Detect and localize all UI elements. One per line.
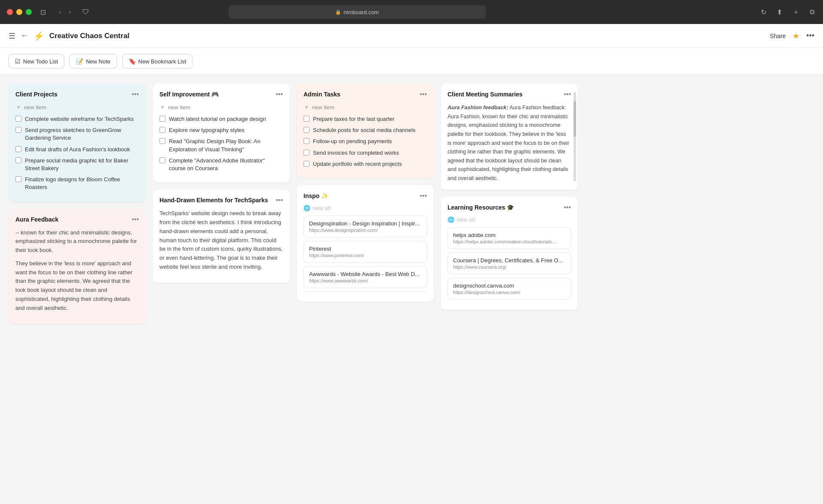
checkbox-5[interactable] (15, 176, 21, 182)
list-item: Complete "Advanced Adobe Illustrator" co… (159, 157, 283, 172)
card-more-aura-feedback[interactable]: ••• (132, 216, 139, 223)
back-nav-button[interactable]: ‹ (56, 6, 63, 18)
checkbox-4[interactable] (15, 157, 21, 163)
new-url-learning[interactable]: 🌐 new url (448, 216, 571, 223)
url-title-3: Awwwards - Website Awards - Best Web D..… (309, 271, 421, 277)
url-link-canva: https://designschool.canva.com/ (453, 290, 565, 295)
note-icon: 📝 (76, 58, 83, 65)
bolt-icon: ⚡ (33, 31, 44, 41)
column-admin-tasks: Admin Tasks ••• ＋ new item Prepare taxes… (297, 84, 434, 500)
column-client-meeting: Client Meeting Summaries ••• Aura Fashio… (441, 84, 578, 500)
shield-icon: 🛡 (82, 8, 89, 16)
card-self-improvement: Self Improvement 🎮 ••• ＋ new item Watch … (153, 84, 290, 183)
card-more-learning[interactable]: ••• (564, 204, 571, 211)
list-item: Update portfolio with recent projects (303, 160, 427, 168)
url-bar[interactable]: 🔒 nimboard.com (228, 5, 486, 19)
card-header-self-improvement: Self Improvement 🎮 ••• (159, 90, 283, 98)
share-button[interactable]: Share (770, 33, 786, 39)
list-item: Watch latest tutorial on package design (159, 115, 283, 123)
card-more-inspo[interactable]: ••• (420, 192, 427, 200)
checkbox-3[interactable] (15, 146, 21, 152)
checkbox-at-2[interactable] (303, 127, 309, 133)
url-card-3[interactable]: Awwwards - Website Awards - Best Web D..… (303, 266, 427, 288)
card-more-self-improvement[interactable]: ••• (276, 90, 283, 98)
minimize-button[interactable] (16, 9, 22, 15)
lock-icon: 🔒 (335, 9, 341, 15)
board: Client Projects ••• ＋ new item Complete … (0, 75, 823, 504)
reload-button[interactable]: ↻ (759, 6, 768, 18)
card-header-learning: Learning Resources 🎓 ••• (448, 204, 571, 211)
new-item-client-projects[interactable]: ＋ new item (15, 103, 139, 111)
card-title-hand-drawn: Hand-Drawn Elements for TechSparks (159, 197, 268, 204)
traffic-lights (7, 9, 32, 15)
card-more-meeting[interactable]: ••• (564, 90, 571, 98)
card-more-hand-drawn[interactable]: ••• (276, 196, 283, 204)
card-title-client-projects: Client Projects (15, 91, 57, 98)
checkbox-at-4[interactable] (303, 150, 309, 156)
page-title: Creative Chaos Central (49, 32, 129, 40)
more-options-icon[interactable]: ••• (806, 31, 814, 40)
share-browser-button[interactable]: ⬆ (775, 6, 784, 18)
app-bar-right: Share ★ ••• (770, 31, 814, 41)
list-item: Read "Graphic Design Play Book: An Explo… (159, 138, 283, 153)
scrollbar-thumb[interactable] (574, 101, 576, 137)
card-hand-drawn: Hand-Drawn Elements for TechSparks ••• T… (153, 189, 290, 283)
new-url-label-learning: new url (457, 216, 475, 223)
card-title-learning: Learning Resources 🎓 (448, 204, 514, 211)
new-item-label-si: new item (168, 104, 190, 111)
url-title-2: Pinterest (309, 246, 421, 252)
column-self-improvement: Self Improvement 🎮 ••• ＋ new item Watch … (153, 84, 290, 500)
close-button[interactable] (7, 9, 13, 15)
url-card-canva[interactable]: designschool.canva.com https://designsch… (448, 278, 571, 300)
card-aura-feedback: Aura Feedback ••• -- known for their chi… (9, 209, 146, 324)
checkbox-at-5[interactable] (303, 161, 309, 167)
toolbar: ☑ New Todo List 📝 New Note 🔖 New Bookmar… (0, 48, 823, 75)
new-item-self-improvement[interactable]: ＋ new item (159, 103, 283, 111)
url-card-2[interactable]: Pinterest https://www.pinterest.com/ (303, 241, 427, 263)
url-title-coursera: Coursera | Degrees, Certificates, & Free… (453, 257, 565, 264)
scrollbar-track (574, 92, 576, 181)
browser-chrome: ⊡ ‹ › 🛡 🔒 nimboard.com ↻ ⬆ ＋ ⧉ (0, 0, 823, 24)
list-item: Send progress sketches to GreenGrow Gard… (15, 126, 139, 142)
list-item: Send invoices for completed works (303, 149, 427, 157)
new-tab-button[interactable]: ＋ (791, 6, 801, 18)
card-admin-tasks: Admin Tasks ••• ＋ new item Prepare taxes… (297, 84, 434, 178)
card-title-inspo: Inspo ✨ (303, 192, 328, 199)
menu-icon[interactable]: ☰ (9, 31, 15, 41)
url-link-adobe: https://helpx.adobe.com/creative-cloud/t… (453, 239, 565, 244)
checkbox-at-1[interactable] (303, 116, 309, 122)
tabs-button[interactable]: ⧉ (808, 6, 816, 18)
checkbox-at-3[interactable] (303, 138, 309, 144)
checkbox-icon: ☑ (15, 58, 21, 65)
checkbox-si-3[interactable] (159, 138, 165, 144)
new-item-admin-tasks[interactable]: ＋ new item (303, 103, 427, 111)
new-url-inspo[interactable]: 🌐 new url (303, 205, 427, 211)
new-note-button[interactable]: 📝 New Note (69, 54, 117, 69)
card-inspo: Inspo ✨ ••• 🌐 new url Designspiration - … (297, 185, 434, 302)
card-more-client-projects[interactable]: ••• (132, 90, 139, 98)
new-bookmark-button[interactable]: 🔖 New Bookmark List (122, 54, 193, 69)
url-card-adobe[interactable]: helpx.adobe.com https://helpx.adobe.com/… (448, 227, 571, 249)
list-item: Edit final drafts of Aura Fashion's look… (15, 146, 139, 153)
new-todo-button[interactable]: ☑ New Todo List (9, 54, 64, 69)
aura-feedback-text1: -- known for their chic and minimalistic… (15, 228, 139, 255)
star-icon[interactable]: ★ (793, 31, 799, 41)
back-icon[interactable]: ← (21, 31, 28, 40)
checkbox-si-4[interactable] (159, 157, 165, 163)
url-card-1[interactable]: Designspiration - Design Inspiration | I… (303, 216, 427, 237)
card-client-meeting: Client Meeting Summaries ••• Aura Fashio… (441, 84, 578, 190)
card-more-admin-tasks[interactable]: ••• (420, 90, 427, 98)
checkbox-si-1[interactable] (159, 116, 165, 122)
card-client-projects: Client Projects ••• ＋ new item Complete … (9, 84, 146, 202)
checkbox-1[interactable] (15, 116, 21, 122)
browser-actions: ↻ ⬆ ＋ ⧉ (759, 6, 816, 18)
maximize-button[interactable] (26, 9, 32, 15)
card-learning-resources: Learning Resources 🎓 ••• 🌐 new url helpx… (441, 197, 578, 310)
sidebar-toggle-icon[interactable]: ⊡ (40, 8, 46, 16)
checkbox-si-2[interactable] (159, 127, 165, 133)
url-card-coursera[interactable]: Coursera | Degrees, Certificates, & Free… (448, 252, 571, 274)
checkbox-2[interactable] (15, 127, 21, 133)
forward-nav-button[interactable]: › (66, 6, 73, 18)
bookmark-icon: 🔖 (129, 58, 136, 65)
url-link-1: https://www.designspiration.com/ (309, 228, 421, 233)
